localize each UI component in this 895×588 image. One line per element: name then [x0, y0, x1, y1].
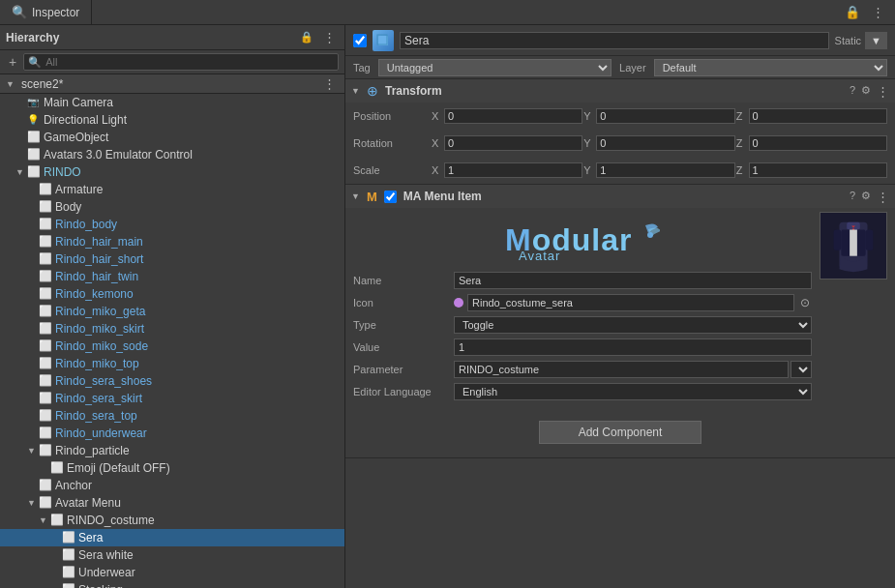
go-active-checkbox[interactable]: [353, 34, 367, 47]
ma-enabled-checkbox[interactable]: [384, 191, 397, 203]
tree-item-rindo-sera-shoes[interactable]: Rindo_sera_shoes: [0, 372, 344, 390]
layer-dropdown[interactable]: Default: [654, 59, 887, 76]
scale-z-input[interactable]: [749, 162, 887, 178]
ma-value-input[interactable]: [454, 338, 812, 356]
tree-item-sera-white[interactable]: Sera white: [0, 546, 344, 564]
armature-icon: [39, 183, 52, 196]
tree-item-armature[interactable]: Armature: [0, 181, 344, 198]
tree-item-sera[interactable]: Sera: [0, 529, 344, 546]
tree-item-body[interactable]: Body: [0, 198, 344, 216]
ma-more-icon[interactable]: ⋮: [877, 190, 889, 204]
hierarchy-tree: Main Camera Directional Light GameObject…: [0, 94, 344, 588]
rindo-costume-expand[interactable]: [39, 515, 48, 525]
tree-item-stocking[interactable]: Stocking: [0, 581, 344, 588]
rindo-particle-expand[interactable]: [27, 446, 37, 456]
ma-parameter-dropdown[interactable]: ▼: [791, 361, 812, 378]
tree-item-rindo-hair-main[interactable]: Rindo_hair_main: [0, 233, 344, 250]
rindo-hair-twin-icon: [39, 270, 52, 283]
position-z-axis: Z: [736, 110, 747, 122]
tree-item-rindo-miko-top[interactable]: Rindo_miko_top: [0, 355, 344, 372]
ma-name-row: Name: [353, 270, 812, 291]
gameobject-icon: [27, 131, 41, 144]
tree-item-rindo-underwear[interactable]: Rindo_underwear: [0, 425, 344, 442]
tree-item-rindo-costume[interactable]: RINDO_costume: [0, 512, 344, 529]
sera-icon: [62, 531, 75, 544]
transform-more-icon[interactable]: ⋮: [877, 84, 889, 99]
tree-item-gameobject[interactable]: GameObject: [0, 129, 344, 146]
ma-expand-arrow[interactable]: [351, 191, 361, 201]
scale-x-input[interactable]: [444, 162, 582, 178]
ma-icon-input[interactable]: [467, 294, 794, 311]
scene-expand-arrow[interactable]: [6, 79, 15, 89]
transform-settings-icon[interactable]: ⚙: [861, 84, 871, 99]
scale-y-axis: Y: [583, 164, 594, 176]
tree-item-rindo[interactable]: ⬜ RINDO: [0, 163, 344, 181]
tree-item-rindo-miko-skirt[interactable]: Rindo_miko_skirt: [0, 320, 344, 338]
ma-icon-label: Icon: [353, 297, 450, 309]
ma-type-dropdown[interactable]: Toggle: [454, 316, 812, 334]
transform-expand-arrow[interactable]: [351, 86, 361, 96]
hierarchy-lock-icon[interactable]: 🔒: [297, 31, 316, 44]
ma-help-icon[interactable]: ?: [850, 190, 855, 204]
ma-parameter-row: Parameter ▼: [353, 359, 812, 380]
inspector-tab[interactable]: 🔍 Inspector: [0, 0, 92, 24]
position-x-input[interactable]: [444, 108, 582, 124]
ma-name-input[interactable]: [454, 272, 812, 289]
rindo-hair-main-icon: [39, 235, 52, 249]
ma-m-icon: M: [367, 190, 377, 204]
tree-item-avatar-menu[interactable]: ⬜ Avatar Menu: [0, 494, 344, 512]
scene-more-icon[interactable]: [320, 76, 339, 91]
go-name-input[interactable]: [400, 32, 829, 49]
rindo-miko-sode-icon: [39, 339, 52, 353]
tree-item-rindo-hair-short[interactable]: Rindo_hair_short: [0, 250, 344, 268]
rotation-x-input[interactable]: [444, 135, 582, 151]
tree-item-anchor[interactable]: Anchor: [0, 477, 344, 494]
tree-item-directional-light[interactable]: Directional Light: [0, 111, 344, 129]
tree-item-underwear[interactable]: Underwear: [0, 564, 344, 581]
ma-settings-icon[interactable]: ⚙: [861, 190, 871, 204]
body-label: Body: [55, 200, 344, 214]
tree-item-rindo-particle[interactable]: Rindo_particle: [0, 442, 344, 459]
transform-help-icon[interactable]: ?: [850, 84, 855, 99]
tag-dropdown[interactable]: Untagged: [378, 59, 612, 76]
tree-item-rindo-sera-top[interactable]: Rindo_sera_top: [0, 407, 344, 425]
tree-item-rindo-body[interactable]: Rindo_body: [0, 216, 344, 233]
tree-item-main-camera[interactable]: Main Camera: [0, 94, 344, 111]
transform-scale-row: Scale X Y Z: [345, 157, 895, 184]
tree-item-rindo-sera-skirt[interactable]: Rindo_sera_skirt: [0, 390, 344, 407]
inspector-lock-icon[interactable]: 🔒: [842, 5, 863, 19]
tree-item-emoji[interactable]: Emoji (Default OFF): [0, 459, 344, 477]
position-z-input[interactable]: [749, 108, 887, 124]
scale-y-field: Y: [583, 161, 734, 180]
position-y-input[interactable]: [596, 108, 734, 124]
ma-editor-language-dropdown[interactable]: English: [454, 383, 812, 400]
tree-item-rindo-kemono[interactable]: Rindo_kemono: [0, 285, 344, 303]
inspector-more-icon[interactable]: [869, 5, 887, 19]
tree-item-avatars-emulator[interactable]: Avatars 3.0 Emulator Control: [0, 146, 344, 163]
hierarchy-more-icon[interactable]: [320, 30, 339, 44]
rotation-y-input[interactable]: [596, 135, 734, 151]
ma-type-row: Type Toggle: [353, 314, 812, 336]
tree-item-rindo-miko-geta[interactable]: Rindo_miko_geta: [0, 303, 344, 320]
rindo-expand-arrow[interactable]: [15, 167, 25, 177]
ma-icon-target-btn[interactable]: ⊙: [798, 296, 812, 309]
transform-header[interactable]: ⊕ Transform ? ⚙ ⋮: [345, 79, 895, 103]
tree-item-rindo-miko-sode[interactable]: Rindo_miko_sode: [0, 338, 344, 355]
tree-item-rindo-hair-twin[interactable]: Rindo_hair_twin: [0, 268, 344, 285]
hierarchy-search-input[interactable]: [45, 56, 334, 68]
hierarchy-panel-icons: 🔒: [297, 30, 339, 44]
add-component-button[interactable]: Add Component: [539, 421, 702, 444]
rotation-z-input[interactable]: [749, 135, 887, 151]
tag-label: Tag: [353, 62, 371, 74]
add-hierarchy-btn[interactable]: +: [6, 54, 19, 70]
avatar-menu-expand[interactable]: [27, 498, 37, 508]
gameobject-label: GameObject: [44, 131, 344, 144]
ma-menu-item-header[interactable]: M MA Menu Item ? ⚙ ⋮: [345, 185, 895, 208]
anchor-icon: [39, 479, 52, 492]
avatars-emulator-label: Avatars 3.0 Emulator Control: [44, 148, 344, 162]
scale-x-axis: X: [432, 164, 442, 176]
ma-parameter-input[interactable]: [454, 361, 789, 378]
scale-y-input[interactable]: [596, 162, 734, 178]
rindo-icon: ⬜: [27, 165, 41, 179]
static-dropdown-btn[interactable]: ▼: [865, 32, 887, 49]
